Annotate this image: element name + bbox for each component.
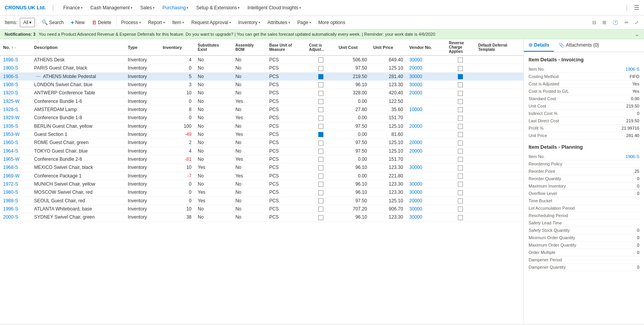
more-options-button[interactable]: More options (315, 18, 348, 27)
row-subs: No (195, 97, 232, 105)
panel-content: Item Details - Invoicing Item No. 1906-S… (524, 52, 644, 324)
table-row[interactable]: 1988-S SEOUL Guest Chair, red Inventory … (0, 196, 524, 205)
hamburger-menu[interactable]: ☰ (634, 4, 639, 11)
table-row[interactable]: 1920-S ANTWERP Conference Table Inventor… (0, 89, 524, 97)
table-row[interactable]: 1953-W Guest Section 1 Inventory -49 No … (0, 130, 524, 138)
row-vendor[interactable]: 10000 (406, 105, 446, 113)
row-vendor[interactable]: 30000 (406, 205, 446, 213)
table-row[interactable]: 1972-S MUNICH Swivel Chair, yellow Inven… (0, 180, 524, 188)
filter-icon-button[interactable]: ⊟ (590, 18, 599, 27)
nav-finance[interactable]: Finance ▾ (60, 3, 86, 12)
table-row[interactable]: 1896-S ATHENS Desk Inventory 4 No No PCS… (0, 56, 524, 64)
row-no[interactable]: 1988-S (0, 196, 31, 205)
item-button[interactable]: Item ▾ (169, 18, 187, 27)
nav-purchasing[interactable]: Purchasing ▾ (159, 3, 192, 12)
row-vendor[interactable]: 20000 (406, 139, 446, 147)
row-vendor[interactable]: 30000 (406, 163, 446, 172)
report-button[interactable]: Report ▾ (145, 18, 168, 27)
process-button[interactable]: Process ▾ (118, 18, 144, 27)
tab-details[interactable]: ⊙ Details (524, 39, 554, 52)
row-vendor[interactable]: 20000 (406, 147, 446, 155)
row-no[interactable]: 1925-W (0, 97, 31, 105)
row-no[interactable]: 1928-S (0, 105, 31, 113)
table-row[interactable]: 1900-S PARIS Guest Chair, black Inventor… (0, 64, 524, 72)
table-row[interactable]: 1925-W Conference Bundle 1-6 Inventory 0… (0, 97, 524, 105)
row-no[interactable]: 1953-W (0, 130, 31, 138)
panel-planning-value: 0 (637, 235, 639, 240)
table-row[interactable]: 1908-S LONDON Swivel Chair, blue Invento… (0, 80, 524, 89)
row-no[interactable]: 2000-S (0, 213, 31, 221)
row-vendor[interactable]: 20000 (406, 196, 446, 205)
request-approval-button[interactable]: Request Approval ▾ (188, 18, 234, 27)
notification-close-icon[interactable]: ⌄ (635, 31, 639, 37)
row-no[interactable]: 1980-S (0, 188, 31, 196)
search-button[interactable]: 🔍 Search (38, 18, 67, 27)
panel-planning-value[interactable]: 1906-S (626, 154, 639, 159)
row-desc: MUNICH Swivel Chair, yellow (31, 180, 125, 188)
tab-attachments[interactable]: 📎 Attachments (0) (554, 39, 604, 52)
nav-cash-management[interactable]: Cash Management ▾ (87, 3, 136, 12)
row-no[interactable]: 1960-S (0, 139, 31, 147)
panel-row-label: Profit % (529, 126, 621, 130)
row-subs: No (195, 172, 232, 180)
row-vendor[interactable] (406, 97, 446, 105)
inventory-button[interactable]: Inventory ▾ (235, 18, 264, 27)
row-no[interactable]: 1900-S (0, 64, 31, 72)
row-vendor[interactable]: 30000 (406, 188, 446, 196)
row-vendor[interactable]: 30000 (406, 56, 446, 64)
row-menu-icon[interactable]: ⋯ (34, 74, 42, 79)
row-vendor[interactable]: 30000 (406, 72, 446, 80)
clock-icon-button[interactable]: 🕐 (610, 18, 621, 27)
row-no[interactable]: 1908-S (0, 80, 31, 89)
row-no[interactable]: 1969-W (0, 172, 31, 180)
edit-icon-button[interactable]: ✏ (622, 18, 631, 27)
row-vendor[interactable] (406, 172, 446, 180)
delete-button[interactable]: 🗑 Delete (89, 18, 115, 27)
table-row[interactable]: 1906-S ⋯ ATHENS Mobile Pedestal Inventor… (0, 72, 524, 80)
row-vendor[interactable]: 20000 (406, 64, 446, 72)
row-no[interactable]: 1936-S (0, 122, 31, 130)
notification-text: You need a Product Advanced Revenue & Ex… (38, 32, 632, 36)
panel-row-value[interactable]: 1906-S (626, 67, 639, 71)
row-no[interactable]: 1964-S (0, 147, 31, 155)
nav-setup[interactable]: Setup & Extensions ▾ (193, 3, 243, 12)
row-vendor[interactable] (406, 114, 446, 122)
view-toggle-button[interactable]: ⊞ (600, 18, 609, 27)
table-row[interactable]: 1964-S TOKYO Guest Chair, blue Inventory… (0, 147, 524, 155)
row-no[interactable]: 1906-S (0, 72, 31, 80)
row-vendor[interactable]: 30000 (406, 80, 446, 89)
row-vendor[interactable]: 30000 (406, 213, 446, 221)
row-no[interactable]: 1929-W (0, 114, 31, 122)
row-subs: No (195, 105, 232, 113)
table-row[interactable]: 1929-W Conference Bundle 1-8 Inventory 0… (0, 114, 524, 122)
table-row[interactable]: 1969-W Conference Package 1 Inventory -7… (0, 172, 524, 180)
row-vendor[interactable]: 20000 (406, 122, 446, 130)
nav-sales[interactable]: Sales ▾ (137, 3, 158, 12)
row-vendor[interactable] (406, 155, 446, 163)
row-no[interactable]: 1968-S (0, 163, 31, 172)
table-row[interactable]: 1928-S AMSTERDAM Lamp Inventory 8 No No … (0, 105, 524, 113)
table-row[interactable]: 1960-S ROME Guest Chair, green Inventory… (0, 139, 524, 147)
row-no[interactable]: 1896-S (0, 56, 31, 64)
table-row[interactable]: 1936-S BERLIN Guest Chair, yellow Invent… (0, 122, 524, 130)
row-vendor[interactable]: 30000 (406, 180, 446, 188)
company-name[interactable]: CRONUS UK Ltd. (5, 5, 46, 10)
fullscreen-icon-button[interactable]: ⤢ (632, 18, 641, 27)
row-no[interactable]: 1920-S (0, 89, 31, 97)
nav-cloud-insights[interactable]: Intelligent Cloud Insights ▾ (244, 3, 304, 12)
attributes-button[interactable]: Attributes ▾ (264, 18, 293, 27)
table-row[interactable]: 1996-S ATLANTA Whiteboard, base Inventor… (0, 205, 524, 213)
table-row[interactable]: 2000-S SYDNEY Swivel Chair, green Invent… (0, 213, 524, 221)
filter-all-button[interactable]: All ▾ (20, 18, 35, 27)
table-row[interactable]: 1965-W Conference Bundle 2-8 Inventory -… (0, 155, 524, 163)
col-no[interactable]: No. ↑ (0, 39, 31, 56)
row-vendor[interactable]: 20000 (406, 89, 446, 97)
table-row[interactable]: 1968-S MEXICO Swivel Chair, black Invent… (0, 163, 524, 172)
row-no[interactable]: 1996-S (0, 205, 31, 213)
page-button[interactable]: Page ▾ (294, 18, 314, 27)
row-no[interactable]: 1972-S (0, 180, 31, 188)
new-button[interactable]: + New (68, 17, 88, 27)
row-no[interactable]: 1965-W (0, 155, 31, 163)
row-vendor[interactable] (406, 130, 446, 138)
table-row[interactable]: 1980-S MOSCOW Swivel Chair, red Inventor… (0, 188, 524, 196)
